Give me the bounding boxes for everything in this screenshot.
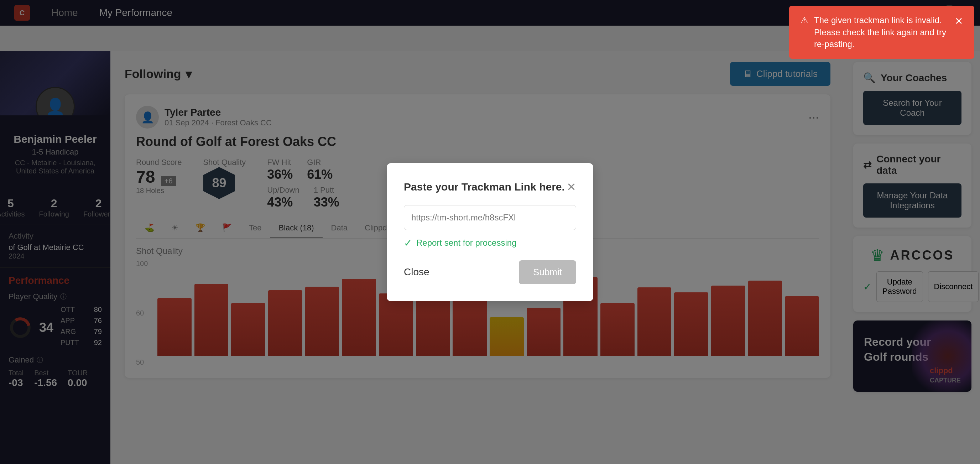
modal-title: Paste your Trackman Link here. bbox=[404, 181, 565, 193]
trackman-link-input[interactable] bbox=[404, 205, 576, 230]
toast-message: The given trackman link is invalid. Plea… bbox=[814, 14, 949, 50]
modal-submit-button[interactable]: Submit bbox=[519, 260, 576, 284]
trackman-modal: Paste your Trackman Link here. ✕ ✓ Repor… bbox=[387, 163, 593, 301]
modal-success-message: ✓ Report sent for processing bbox=[404, 237, 576, 249]
modal-overlay: Paste your Trackman Link here. ✕ ✓ Repor… bbox=[0, 0, 980, 464]
success-icon: ✓ bbox=[404, 237, 412, 249]
toast-close-button[interactable]: ✕ bbox=[955, 14, 963, 28]
modal-header: Paste your Trackman Link here. ✕ bbox=[404, 180, 576, 194]
modal-close-button[interactable]: ✕ bbox=[566, 180, 576, 194]
modal-footer: Close Submit bbox=[404, 260, 576, 284]
toast-icon: ⚠ bbox=[800, 14, 808, 26]
modal-cancel-button[interactable]: Close bbox=[404, 266, 430, 278]
error-toast: ⚠ The given trackman link is invalid. Pl… bbox=[789, 6, 974, 59]
